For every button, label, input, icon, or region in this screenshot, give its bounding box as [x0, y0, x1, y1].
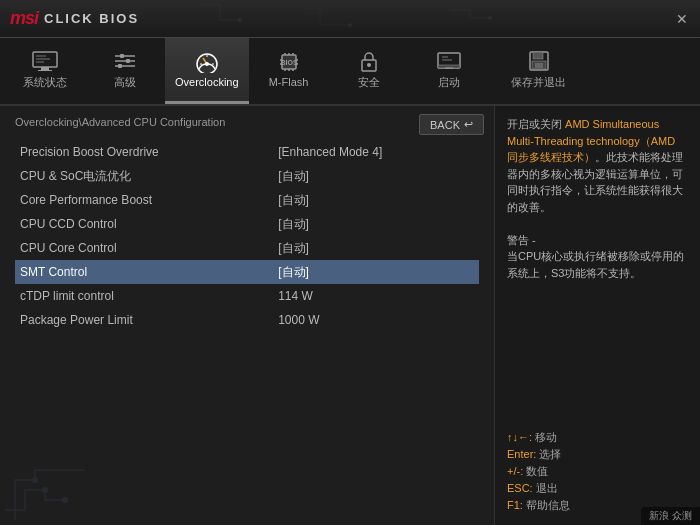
svg-point-2 [488, 16, 492, 20]
setting-value: 114 W [270, 284, 479, 308]
key-action: 帮助信息 [526, 499, 570, 511]
breadcrumb: Overclocking\Advanced CPU Configuration [15, 116, 479, 128]
logo-area: msi CLICK BIOS [10, 8, 139, 29]
tab-save-exit-label: 保存并退出 [511, 75, 566, 90]
main-content: Overclocking\Advanced CPU Configuration … [0, 106, 700, 525]
left-panel: Overclocking\Advanced CPU Configuration … [0, 106, 495, 525]
table-row[interactable]: Core Performance Boost[自动] [15, 188, 479, 212]
settings-table: Precision Boost Overdrive[Enhanced Mode … [15, 140, 479, 332]
monitor-icon [31, 50, 59, 72]
svg-point-45 [62, 497, 68, 503]
msi-logo: msi [10, 8, 38, 29]
speedometer-icon [193, 51, 221, 73]
table-row[interactable]: SMT Control[自动] [15, 260, 479, 284]
key-hint: Enter: 选择 [507, 447, 688, 462]
tab-security[interactable]: 安全 [329, 38, 409, 104]
setting-value: [自动] [270, 212, 479, 236]
setting-value: 1000 W [270, 308, 479, 332]
boot-icon [435, 50, 463, 72]
lock-icon [355, 50, 383, 72]
sliders-icon [111, 50, 139, 72]
chip-icon: BIOS [275, 51, 303, 73]
setting-value: [Enhanced Mode 4] [270, 140, 479, 164]
save-icon [525, 50, 553, 72]
setting-value: [自动] [270, 188, 479, 212]
key-hints: ↑↓←: 移动Enter: 选择+/-: 数值ESC: 退出F1: 帮助信息 [507, 430, 688, 515]
setting-name: Precision Boost Overdrive [15, 140, 270, 164]
footer-watermark: 新浪 众测 [641, 507, 700, 525]
key-label: ↑↓←: [507, 431, 535, 443]
setting-value: [自动] [270, 260, 479, 284]
table-row[interactable]: CPU Core Control[自动] [15, 236, 479, 260]
tab-system-status[interactable]: 系统状态 [5, 38, 85, 104]
header: msi CLICK BIOS ✕ [0, 0, 700, 38]
tab-security-label: 安全 [358, 75, 380, 90]
svg-point-46 [32, 477, 38, 483]
help-highlight: AMD Simultaneous Multi-Threading technol… [507, 118, 675, 163]
svg-rect-43 [535, 63, 543, 68]
tab-overclocking[interactable]: Overclocking [165, 38, 249, 104]
table-row[interactable]: Precision Boost Overdrive[Enhanced Mode … [15, 140, 479, 164]
key-label: ESC: [507, 482, 536, 494]
svg-point-34 [367, 63, 371, 67]
svg-point-44 [42, 487, 48, 493]
svg-point-17 [205, 62, 209, 66]
table-row[interactable]: CPU & SoC电流优化[自动] [15, 164, 479, 188]
circuit-deco [5, 440, 125, 520]
setting-name: Package Power Limit [15, 308, 270, 332]
close-button[interactable]: ✕ [672, 9, 692, 29]
svg-point-0 [238, 18, 242, 22]
key-label: F1: [507, 499, 526, 511]
setting-name: CPU CCD Control [15, 212, 270, 236]
tab-boot[interactable]: 启动 [409, 38, 489, 104]
svg-rect-10 [120, 54, 124, 58]
back-arrow-icon: ↩ [464, 118, 473, 131]
svg-point-1 [348, 23, 352, 27]
tab-save-exit[interactable]: 保存并退出 [489, 38, 589, 104]
tab-system-status-label: 系统状态 [23, 75, 67, 90]
key-action: 选择 [539, 448, 561, 460]
tab-m-flash[interactable]: BIOS M-Flash [249, 38, 329, 104]
help-text: 开启或关闭 AMD Simultaneous Multi-Threading t… [507, 116, 688, 420]
back-label: BACK [430, 119, 460, 131]
table-row[interactable]: Package Power Limit1000 W [15, 308, 479, 332]
right-panel: 开启或关闭 AMD Simultaneous Multi-Threading t… [495, 106, 700, 525]
table-row[interactable]: CPU CCD Control[自动] [15, 212, 479, 236]
key-hint: +/-: 数值 [507, 464, 688, 479]
key-action: 数值 [526, 465, 548, 477]
tab-overclocking-label: Overclocking [175, 76, 239, 88]
setting-name: CPU & SoC电流优化 [15, 164, 270, 188]
tab-advanced[interactable]: 高级 [85, 38, 165, 104]
key-action: 移动 [535, 431, 557, 443]
svg-rect-41 [533, 52, 543, 59]
svg-rect-12 [126, 59, 130, 63]
setting-name: SMT Control [15, 260, 270, 284]
svg-rect-4 [41, 67, 49, 70]
back-button[interactable]: BACK ↩ [419, 114, 484, 135]
setting-name: cTDP limit control [15, 284, 270, 308]
key-label: Enter: [507, 448, 539, 460]
svg-rect-5 [38, 70, 52, 71]
table-row[interactable]: cTDP limit control114 W [15, 284, 479, 308]
key-hint: ESC: 退出 [507, 481, 688, 496]
svg-text:BIOS: BIOS [280, 59, 297, 66]
svg-rect-14 [118, 64, 122, 68]
setting-name: Core Performance Boost [15, 188, 270, 212]
tab-boot-label: 启动 [438, 75, 460, 90]
key-action: 退出 [536, 482, 558, 494]
setting-name: CPU Core Control [15, 236, 270, 260]
bios-title: CLICK BIOS [44, 11, 139, 26]
tab-m-flash-label: M-Flash [269, 76, 309, 88]
key-hint: ↑↓←: 移动 [507, 430, 688, 445]
tab-advanced-label: 高级 [114, 75, 136, 90]
setting-value: [自动] [270, 236, 479, 260]
nav-tabs: 系统状态 高级 [0, 38, 700, 106]
setting-value: [自动] [270, 164, 479, 188]
key-label: +/-: [507, 465, 526, 477]
